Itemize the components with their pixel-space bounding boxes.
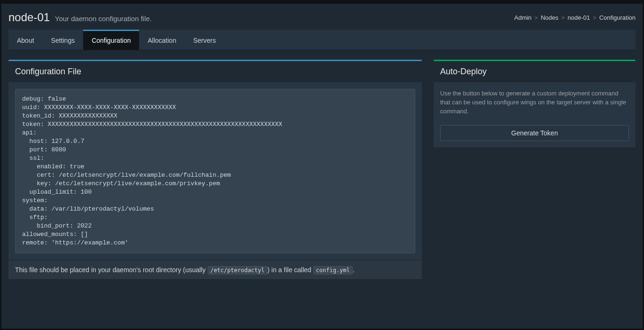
auto-deploy-box: Auto-Deploy Use the button below to gene… xyxy=(434,60,636,148)
box-body: debug: false uuid: XXXXXXXX-XXXX-XXXX-XX… xyxy=(8,82,422,260)
generate-token-button[interactable]: Generate Token xyxy=(440,125,629,141)
auto-deploy-description: Use the button below to generate a custo… xyxy=(440,89,629,116)
chevron-right-icon: > xyxy=(535,14,538,21)
page-title-text: node-01 xyxy=(8,11,50,24)
breadcrumb-admin[interactable]: Admin xyxy=(514,14,532,21)
path-code: /etc/pterodactyl xyxy=(208,266,268,275)
footer-text: This file should be placed in your daemo… xyxy=(15,266,355,274)
breadcrumb-node[interactable]: node-01 xyxy=(567,14,590,21)
breadcrumb-nodes[interactable]: Nodes xyxy=(541,14,559,21)
tab-servers[interactable]: Servers xyxy=(185,30,224,50)
nav-tabs: About Settings Configuration Allocation … xyxy=(8,30,636,50)
breadcrumb-current: Configuration xyxy=(599,14,636,21)
chevron-right-icon: > xyxy=(593,14,597,21)
box-title: Configuration File xyxy=(15,67,415,77)
box-footer: This file should be placed in your daemo… xyxy=(8,260,422,279)
page-title: node-01 Your daemon configuration file. xyxy=(8,11,152,24)
chevron-right-icon: > xyxy=(561,14,565,21)
tab-allocation[interactable]: Allocation xyxy=(139,30,185,50)
content-header: node-01 Your daemon configuration file. … xyxy=(8,11,636,24)
tab-settings[interactable]: Settings xyxy=(43,30,84,50)
tab-about[interactable]: About xyxy=(8,30,43,50)
config-file-content[interactable]: debug: false uuid: XXXXXXXX-XXXX-XXXX-XX… xyxy=(15,89,415,253)
box-header: Auto-Deploy xyxy=(434,61,636,82)
breadcrumb: Admin > Nodes > node-01 > Configuration xyxy=(514,14,636,21)
box-header: Configuration File xyxy=(8,61,422,82)
filename-code: config.yml xyxy=(313,266,353,275)
tab-configuration[interactable]: Configuration xyxy=(83,30,139,50)
configuration-file-box: Configuration File debug: false uuid: XX… xyxy=(8,60,422,279)
box-title: Auto-Deploy xyxy=(440,67,629,77)
page-subtitle: Your daemon configuration file. xyxy=(55,15,152,23)
box-body: Use the button below to generate a custo… xyxy=(434,82,636,148)
